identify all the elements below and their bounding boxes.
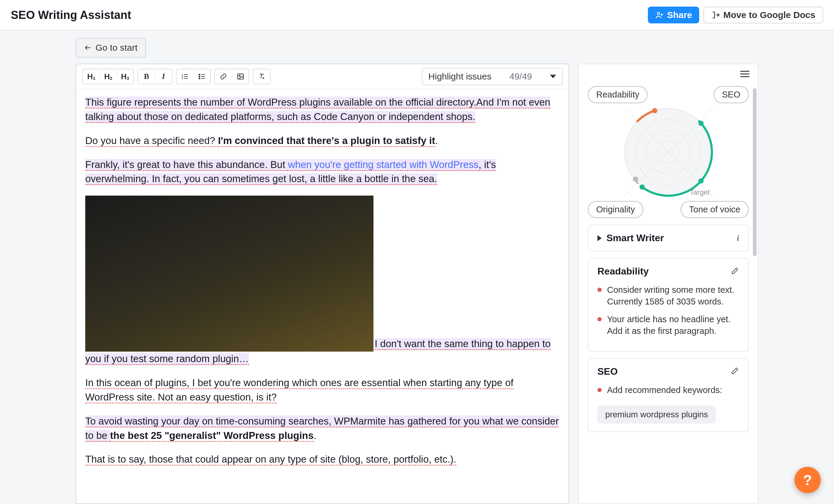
bold-button[interactable]: B [138, 69, 155, 84]
header-actions: Share Move to Google Docs [648, 7, 823, 23]
image-icon [237, 73, 244, 81]
heading3-button[interactable]: H3 [116, 69, 133, 84]
issue-item: Consider writing some more text. Current… [597, 284, 739, 307]
link-button[interactable] [215, 69, 232, 84]
arrow-left-icon [84, 44, 92, 52]
subbar: Go to start [0, 30, 834, 58]
app-title: SEO Writing Assistant [11, 9, 131, 22]
svg-point-8 [239, 75, 240, 76]
share-label: Share [667, 10, 692, 20]
info-icon[interactable]: i [737, 233, 739, 243]
move-to-gdocs-button[interactable]: Move to Google Docs [703, 7, 823, 23]
text-span: . [435, 135, 438, 146]
share-button[interactable]: Share [648, 7, 699, 23]
issue-dot-icon [597, 388, 601, 392]
highlight-count: 49/49 [509, 71, 532, 82]
text-span: Do you have a specific need? [85, 135, 218, 147]
keyword-chip[interactable]: premium wordpress plugins [597, 406, 716, 423]
radar-chart [620, 104, 716, 200]
issue-text: Consider writing some more text. Current… [607, 284, 739, 307]
svg-point-16 [698, 121, 703, 126]
highlight-label: Highlight issues [429, 71, 491, 82]
issue-item: Add recommended keywords: [597, 384, 739, 396]
score-radar-area: Readability SEO Originality Tone of voic… [588, 86, 749, 218]
italic-button[interactable]: I [155, 69, 172, 84]
ordered-list-button[interactable]: 123 [177, 69, 193, 84]
text-span: . [314, 430, 316, 441]
heading1-button[interactable]: H1 [83, 69, 100, 84]
seo-card: SEO Add recommended keywords: premium wo… [588, 358, 749, 432]
chevron-right-icon [597, 235, 601, 241]
link-icon [219, 73, 227, 81]
smart-writer-title: Smart Writer [607, 232, 664, 244]
issue-text: Add recommended keywords: [607, 384, 722, 396]
unordered-list-button[interactable] [193, 69, 210, 84]
pencil-icon [731, 367, 739, 375]
issue-dot-icon [597, 317, 601, 321]
clear-format-button[interactable] [254, 69, 270, 84]
edit-button[interactable] [731, 367, 739, 376]
text-span: the best 25 "generalist" WordPress plugi… [110, 430, 314, 442]
pill-originality[interactable]: Originality [588, 201, 643, 218]
svg-point-15 [652, 108, 657, 113]
go-to-start-label: Go to start [95, 43, 137, 53]
image-button[interactable] [232, 69, 248, 84]
svg-point-0 [657, 12, 660, 15]
clear-format-icon [258, 73, 266, 81]
heading2-button[interactable]: H2 [100, 69, 116, 84]
svg-point-17 [698, 178, 703, 183]
help-label: ? [803, 472, 812, 488]
edit-button[interactable] [731, 267, 739, 276]
readability-card: Readability Consider writing some more t… [588, 258, 749, 351]
text-span: I'm convinced that there's a plugin to s… [218, 135, 435, 147]
svg-point-5 [199, 76, 200, 77]
target-label: Target [689, 188, 710, 197]
export-icon [711, 10, 720, 20]
svg-point-6 [199, 78, 200, 79]
pill-tone[interactable]: Tone of voice [681, 201, 749, 218]
sidebar-panel: Readability SEO Originality Tone of voic… [578, 64, 758, 504]
editor-toolbar: H1 H2 H3 B I 123 [76, 64, 569, 89]
person-plus-icon [655, 10, 664, 20]
ordered-list-icon: 123 [181, 73, 189, 81]
chevron-down-icon [550, 75, 556, 78]
sidebar-scrollbar[interactable] [753, 88, 756, 256]
text-span: That is to say, those that could appear … [85, 454, 456, 465]
pill-seo[interactable]: SEO [714, 86, 749, 103]
issue-item: Your article has no headline yet. Add it… [597, 314, 739, 337]
go-to-start-button[interactable]: Go to start [76, 38, 146, 58]
issue-dot-icon [597, 288, 601, 292]
highlight-issues-dropdown[interactable]: Highlight issues 49/49 [422, 68, 563, 85]
svg-point-19 [633, 177, 638, 182]
pencil-icon [731, 267, 739, 275]
svg-text:3: 3 [182, 77, 183, 80]
help-fab[interactable]: ? [794, 467, 821, 493]
sidebar-menu-button[interactable] [740, 71, 749, 77]
pill-readability[interactable]: Readability [588, 86, 648, 103]
link-text[interactable]: when you're getting started with WordPre… [288, 159, 479, 171]
readability-title: Readability [597, 266, 649, 277]
issue-text: Your article has no headline yet. Add it… [607, 314, 739, 337]
svg-point-18 [639, 184, 644, 190]
smart-writer-card[interactable]: Smart Writer i [588, 225, 749, 251]
seo-title: SEO [597, 366, 618, 377]
text-span: Frankly, it's great to have this abundan… [85, 159, 288, 171]
inline-image[interactable] [85, 196, 373, 351]
move-label: Move to Google Docs [723, 10, 815, 20]
editor-content[interactable]: This figure represents the number of Wor… [76, 89, 569, 482]
svg-point-4 [199, 74, 200, 75]
text-span: This figure represents the number of Wor… [85, 97, 476, 109]
app-header: SEO Writing Assistant Share Move to Goog… [0, 0, 834, 30]
text-span: In this ocean of plugins, I bet you're w… [85, 377, 513, 404]
unordered-list-icon [198, 73, 206, 81]
editor-panel: H1 H2 H3 B I 123 [76, 64, 569, 504]
